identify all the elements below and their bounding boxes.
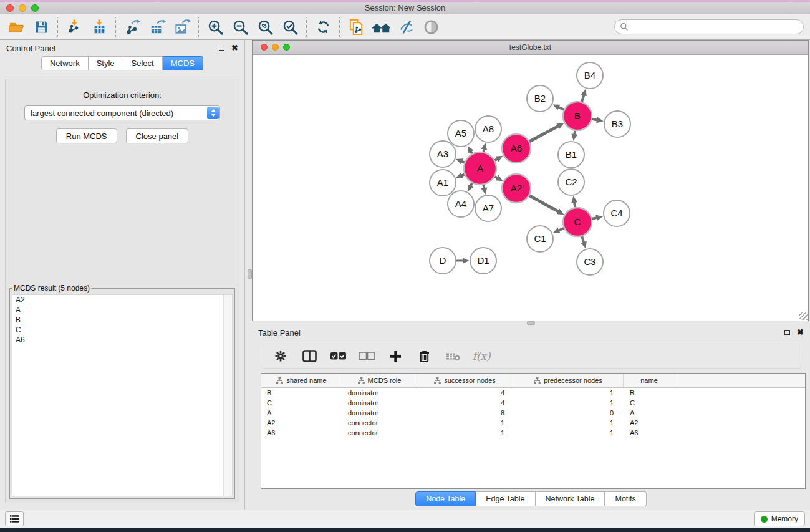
edge-A-A7[interactable] <box>483 185 484 188</box>
column-header-name[interactable]: name <box>624 374 675 387</box>
table-row[interactable]: Adominator80A <box>261 408 805 418</box>
cell-name[interactable]: A <box>624 409 675 417</box>
result-list-item[interactable]: A2 <box>12 295 232 305</box>
node-D[interactable]: D <box>430 248 456 274</box>
table-row[interactable]: A2connector11A2 <box>261 418 805 428</box>
close-panel-button[interactable]: Close panel <box>126 128 189 143</box>
edge-A-A4[interactable] <box>471 183 472 186</box>
node-A3[interactable]: A3 <box>430 141 456 167</box>
cell-shared-name[interactable]: A2 <box>261 419 342 427</box>
tab-network[interactable]: Network <box>41 56 89 70</box>
window-list-button[interactable] <box>5 511 24 526</box>
node-A5[interactable]: A5 <box>448 120 474 147</box>
cell-shared-name[interactable]: A6 <box>261 429 342 437</box>
cell-successor-nodes[interactable]: 4 <box>417 389 513 397</box>
import-table-button[interactable] <box>89 17 109 37</box>
edge-C-C1[interactable] <box>559 228 564 231</box>
select-all-button[interactable] <box>324 346 352 366</box>
cell-predecessor-nodes[interactable]: 1 <box>513 399 624 407</box>
edge-B-B4[interactable] <box>582 95 584 102</box>
column-header-shared-name[interactable]: shared name <box>261 374 342 387</box>
node-C1[interactable]: C1 <box>527 226 553 252</box>
table-row[interactable]: Cdominator41C <box>261 398 805 408</box>
zoom-out-button[interactable] <box>230 17 250 37</box>
node-A8[interactable]: A8 <box>475 116 501 142</box>
result-list-scrollbar[interactable] <box>223 295 232 496</box>
add-row-button[interactable] <box>381 346 410 366</box>
table-row[interactable]: Bdominator41B <box>261 388 805 398</box>
node-D1[interactable]: D1 <box>470 248 496 274</box>
show-columns-button[interactable] <box>295 346 324 366</box>
edge-A-A8[interactable] <box>483 149 484 152</box>
cell-mcds-role[interactable]: dominator <box>342 399 417 407</box>
network-vertical-scrollbar[interactable] <box>248 269 252 279</box>
tab-node-table[interactable]: Node Table <box>415 491 476 506</box>
run-mcds-button[interactable]: Run MCDS <box>56 128 117 143</box>
cell-successor-nodes[interactable]: 1 <box>417 429 513 437</box>
cell-successor-nodes[interactable]: 8 <box>417 409 513 417</box>
network-window-titlebar[interactable]: testGlobe.txt <box>253 41 808 55</box>
destroy-table-button[interactable] <box>438 346 467 366</box>
refresh-view-button[interactable] <box>313 17 333 37</box>
import-network-button[interactable] <box>64 17 84 37</box>
result-list-item[interactable]: C <box>12 325 232 335</box>
result-list-item[interactable]: B <box>12 315 232 325</box>
cell-predecessor-nodes[interactable]: 0 <box>513 409 624 417</box>
node-table[interactable]: shared nameMCDS rolesuccessor nodesprede… <box>261 373 806 489</box>
memory-button[interactable]: Memory <box>754 511 805 526</box>
edge-A2-C[interactable] <box>529 196 558 212</box>
edge-A-A6[interactable] <box>495 159 498 160</box>
edge-C-C2[interactable] <box>574 203 575 208</box>
function-builder-button[interactable]: f(x) <box>467 346 496 366</box>
table-row[interactable]: A6connector11A6 <box>261 428 805 438</box>
zoom-fit-button[interactable] <box>255 17 275 37</box>
cell-mcds-role[interactable]: dominator <box>342 389 417 397</box>
cell-name[interactable]: A2 <box>624 419 675 427</box>
delete-row-button[interactable] <box>410 346 438 366</box>
edge-A6-B[interactable] <box>529 126 558 141</box>
edge-B-B2[interactable] <box>559 107 564 110</box>
close-panel-icon[interactable]: ✖ <box>231 45 238 51</box>
optimization-criterion-select[interactable]: largest connected component (directed) <box>24 105 220 120</box>
edge-B-B1[interactable] <box>574 131 575 135</box>
deselect-all-button[interactable] <box>352 346 381 366</box>
node-A1[interactable]: A1 <box>430 170 456 196</box>
tab-select[interactable]: Select <box>123 56 163 70</box>
edge-A-A2[interactable] <box>495 177 498 178</box>
search-input[interactable] <box>632 22 798 32</box>
edge-C-C3[interactable] <box>582 236 584 243</box>
tab-network-table[interactable]: Network Table <box>536 491 605 506</box>
export-image-button[interactable] <box>172 17 192 37</box>
cell-predecessor-nodes[interactable]: 1 <box>513 389 624 397</box>
edge-A-A1[interactable] <box>462 175 465 176</box>
node-C[interactable]: C <box>563 208 592 236</box>
cell-shared-name[interactable]: A <box>261 409 342 417</box>
network-canvas[interactable]: AA6A2BCA1A3A4A5A7A8B1B2B3B4C1C2C3C4DD1 <box>253 55 808 321</box>
tab-mcds[interactable]: MCDS <box>163 56 203 70</box>
cell-shared-name[interactable]: B <box>261 389 342 397</box>
float-panel-icon[interactable] <box>784 330 790 335</box>
cell-successor-nodes[interactable]: 1 <box>417 419 513 427</box>
column-header-predecessor-nodes[interactable]: predecessor nodes <box>513 374 624 387</box>
column-header-successor-nodes[interactable]: successor nodes <box>417 374 513 387</box>
zoom-in-button[interactable] <box>205 17 225 37</box>
node-A6[interactable]: A6 <box>502 134 531 163</box>
home-button[interactable] <box>371 17 391 37</box>
node-B[interactable]: B <box>563 102 592 130</box>
copy-network-button[interactable] <box>346 17 366 37</box>
result-list-item[interactable]: A6 <box>12 335 232 345</box>
edge-A-A5[interactable] <box>471 152 472 154</box>
edge-B-B3[interactable] <box>592 119 597 120</box>
cell-shared-name[interactable]: C <box>261 399 342 407</box>
cell-mcds-role[interactable]: connector <box>342 429 417 437</box>
edge-A-A3[interactable] <box>462 162 465 163</box>
column-header-mcds-role[interactable]: MCDS role <box>342 374 417 387</box>
network-minimize-button[interactable] <box>272 44 279 51</box>
cell-predecessor-nodes[interactable]: 1 <box>513 429 624 437</box>
hide-graphics-details-button[interactable] <box>396 17 416 37</box>
node-B4[interactable]: B4 <box>577 62 603 89</box>
search-field[interactable] <box>614 19 804 34</box>
result-list-item[interactable]: A <box>12 305 232 315</box>
open-file-button[interactable] <box>6 17 26 37</box>
network-zoom-button[interactable] <box>283 44 290 51</box>
